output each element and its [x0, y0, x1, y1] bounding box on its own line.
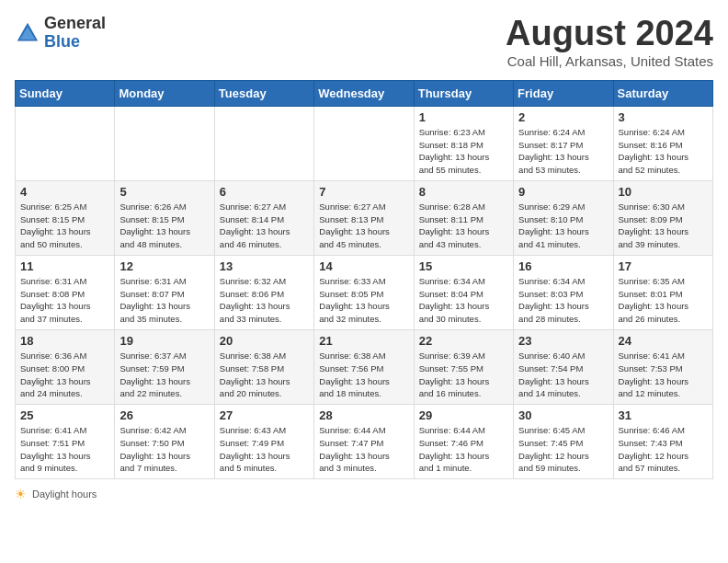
day-info: Sunrise: 6:29 AMSunset: 8:10 PMDaylight:… [518, 201, 608, 251]
day-info: Sunrise: 6:38 AMSunset: 7:58 PMDaylight:… [220, 350, 309, 400]
calendar-cell: 12Sunrise: 6:31 AMSunset: 8:07 PMDayligh… [115, 255, 214, 329]
day-info: Sunrise: 6:34 AMSunset: 8:03 PMDaylight:… [518, 275, 608, 326]
day-number: 31 [619, 408, 708, 422]
day-number: 16 [518, 259, 608, 273]
calendar-cell [214, 106, 313, 180]
calendar-cell: 11Sunrise: 6:31 AMSunset: 8:08 PMDayligh… [16, 255, 115, 329]
weekday-header-wednesday: Wednesday [314, 80, 414, 106]
calendar-cell: 6Sunrise: 6:27 AMSunset: 8:14 PMDaylight… [214, 180, 313, 255]
calendar-cell: 7Sunrise: 6:27 AMSunset: 8:13 PMDaylight… [314, 180, 414, 255]
calendar-cell: 15Sunrise: 6:34 AMSunset: 8:04 PMDayligh… [414, 255, 513, 329]
calendar-cell [16, 106, 115, 180]
weekday-header-friday: Friday [514, 80, 613, 106]
day-number: 15 [419, 259, 508, 273]
week-row-5: 25Sunrise: 6:41 AMSunset: 7:51 PMDayligh… [16, 405, 713, 479]
day-number: 8 [419, 185, 508, 199]
calendar-cell: 31Sunrise: 6:46 AMSunset: 7:43 PMDayligh… [613, 405, 712, 479]
calendar-cell: 28Sunrise: 6:44 AMSunset: 7:47 PMDayligh… [314, 405, 414, 479]
day-number: 12 [119, 259, 209, 273]
week-row-4: 18Sunrise: 6:36 AMSunset: 8:00 PMDayligh… [16, 329, 713, 404]
calendar-cell: 21Sunrise: 6:38 AMSunset: 7:56 PMDayligh… [314, 329, 414, 404]
day-info: Sunrise: 6:33 AMSunset: 8:05 PMDaylight:… [319, 275, 408, 326]
day-info: Sunrise: 6:37 AMSunset: 7:59 PMDaylight:… [119, 350, 209, 400]
day-number: 23 [518, 334, 608, 348]
calendar-cell: 30Sunrise: 6:45 AMSunset: 7:45 PMDayligh… [514, 405, 613, 479]
day-info: Sunrise: 6:36 AMSunset: 8:00 PMDaylight:… [20, 350, 109, 400]
calendar-cell: 9Sunrise: 6:29 AMSunset: 8:10 PMDaylight… [514, 180, 613, 255]
calendar-cell: 8Sunrise: 6:28 AMSunset: 8:11 PMDaylight… [414, 180, 513, 255]
day-number: 29 [419, 408, 508, 422]
day-number: 4 [20, 185, 109, 199]
calendar-cell: 20Sunrise: 6:38 AMSunset: 7:58 PMDayligh… [214, 329, 313, 404]
day-number: 14 [319, 259, 408, 273]
day-info: Sunrise: 6:30 AMSunset: 8:09 PMDaylight:… [619, 201, 708, 251]
sun-icon: ☀ [15, 487, 27, 501]
logo-general: General [44, 14, 106, 32]
day-info: Sunrise: 6:41 AMSunset: 7:51 PMDaylight:… [20, 424, 109, 475]
logo-blue: Blue [44, 32, 80, 51]
day-number: 27 [220, 408, 309, 422]
day-info: Sunrise: 6:38 AMSunset: 7:56 PMDaylight:… [319, 350, 408, 400]
day-number: 26 [119, 408, 209, 422]
daylight-label: Daylight hours [32, 488, 97, 500]
day-info: Sunrise: 6:45 AMSunset: 7:45 PMDaylight:… [518, 424, 608, 475]
weekday-header-monday: Monday [115, 80, 214, 106]
month-title: August 2024 [506, 15, 713, 53]
day-number: 24 [619, 334, 708, 348]
week-row-1: 1Sunrise: 6:23 AMSunset: 8:18 PMDaylight… [16, 106, 713, 180]
weekday-header-row: SundayMondayTuesdayWednesdayThursdayFrid… [16, 80, 713, 106]
calendar-cell: 16Sunrise: 6:34 AMSunset: 8:03 PMDayligh… [514, 255, 613, 329]
calendar-cell: 24Sunrise: 6:41 AMSunset: 7:53 PMDayligh… [613, 329, 712, 404]
calendar-cell: 2Sunrise: 6:24 AMSunset: 8:17 PMDaylight… [514, 106, 613, 180]
day-number: 17 [619, 259, 708, 273]
calendar-cell [115, 106, 214, 180]
logo-text: General Blue [44, 15, 106, 52]
weekday-header-saturday: Saturday [613, 80, 712, 106]
calendar-cell: 25Sunrise: 6:41 AMSunset: 7:51 PMDayligh… [16, 405, 115, 479]
day-number: 18 [20, 334, 109, 348]
day-number: 2 [518, 110, 608, 124]
calendar-cell: 3Sunrise: 6:24 AMSunset: 8:16 PMDaylight… [613, 106, 712, 180]
calendar-cell: 17Sunrise: 6:35 AMSunset: 8:01 PMDayligh… [613, 255, 712, 329]
calendar-cell: 26Sunrise: 6:42 AMSunset: 7:50 PMDayligh… [115, 405, 214, 479]
footer-note: ☀ Daylight hours [15, 487, 713, 501]
day-info: Sunrise: 6:44 AMSunset: 7:46 PMDaylight:… [419, 424, 508, 475]
calendar-cell: 29Sunrise: 6:44 AMSunset: 7:46 PMDayligh… [414, 405, 513, 479]
header: General Blue August 2024 Coal Hill, Arka… [15, 15, 713, 69]
calendar-cell [314, 106, 414, 180]
weekday-header-sunday: Sunday [16, 80, 115, 106]
day-info: Sunrise: 6:28 AMSunset: 8:11 PMDaylight:… [419, 201, 508, 251]
day-number: 11 [20, 259, 109, 273]
calendar-cell: 14Sunrise: 6:33 AMSunset: 8:05 PMDayligh… [314, 255, 414, 329]
day-info: Sunrise: 6:26 AMSunset: 8:15 PMDaylight:… [119, 201, 209, 251]
day-number: 6 [220, 185, 309, 199]
calendar-cell: 5Sunrise: 6:26 AMSunset: 8:15 PMDaylight… [115, 180, 214, 255]
day-number: 1 [419, 110, 508, 124]
calendar-cell: 19Sunrise: 6:37 AMSunset: 7:59 PMDayligh… [115, 329, 214, 404]
calendar-cell: 27Sunrise: 6:43 AMSunset: 7:49 PMDayligh… [214, 405, 313, 479]
day-info: Sunrise: 6:42 AMSunset: 7:50 PMDaylight:… [119, 424, 209, 475]
day-number: 19 [119, 334, 209, 348]
day-info: Sunrise: 6:24 AMSunset: 8:16 PMDaylight:… [619, 126, 708, 177]
calendar-cell: 10Sunrise: 6:30 AMSunset: 8:09 PMDayligh… [613, 180, 712, 255]
day-info: Sunrise: 6:34 AMSunset: 8:04 PMDaylight:… [419, 275, 508, 326]
logo: General Blue [15, 15, 106, 52]
day-number: 25 [20, 408, 109, 422]
calendar-table: SundayMondayTuesdayWednesdayThursdayFrid… [15, 80, 713, 479]
day-number: 7 [319, 185, 408, 199]
day-number: 5 [119, 185, 209, 199]
location-title: Coal Hill, Arkansas, United States [506, 53, 713, 69]
day-number: 21 [319, 334, 408, 348]
week-row-3: 11Sunrise: 6:31 AMSunset: 8:08 PMDayligh… [16, 255, 713, 329]
day-number: 22 [419, 334, 508, 348]
day-info: Sunrise: 6:39 AMSunset: 7:55 PMDaylight:… [419, 350, 508, 400]
calendar-cell: 13Sunrise: 6:32 AMSunset: 8:06 PMDayligh… [214, 255, 313, 329]
day-info: Sunrise: 6:23 AMSunset: 8:18 PMDaylight:… [419, 126, 508, 177]
day-info: Sunrise: 6:31 AMSunset: 8:08 PMDaylight:… [20, 275, 109, 326]
day-number: 10 [619, 185, 708, 199]
day-info: Sunrise: 6:25 AMSunset: 8:15 PMDaylight:… [20, 201, 109, 251]
day-number: 3 [619, 110, 708, 124]
day-number: 20 [220, 334, 309, 348]
calendar-cell: 23Sunrise: 6:40 AMSunset: 7:54 PMDayligh… [514, 329, 613, 404]
day-info: Sunrise: 6:32 AMSunset: 8:06 PMDaylight:… [220, 275, 309, 326]
